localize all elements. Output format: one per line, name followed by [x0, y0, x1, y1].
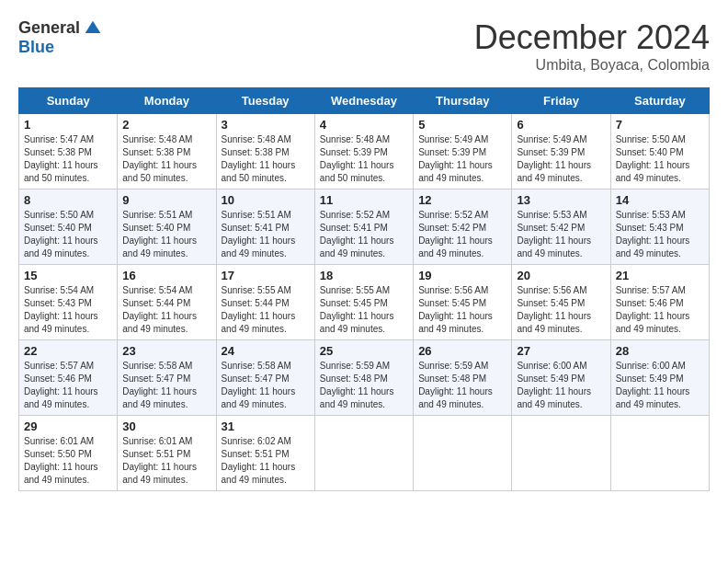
header-sunday: Sunday — [19, 88, 118, 114]
cell-day-number: 30 — [122, 419, 210, 433]
cell-day-number: 20 — [517, 269, 605, 282]
table-row: 13Sunrise: 5:53 AMSunset: 5:42 PMDayligh… — [512, 190, 610, 265]
cell-day-number: 5 — [418, 118, 506, 132]
cell-info: Sunrise: 5:55 AMSunset: 5:45 PMDaylight:… — [320, 284, 408, 336]
cell-day-number: 10 — [222, 193, 310, 207]
table-row: 12Sunrise: 5:52 AMSunset: 5:42 PMDayligh… — [414, 190, 512, 265]
cell-info: Sunrise: 5:53 AMSunset: 5:43 PMDaylight:… — [616, 209, 704, 260]
cell-info: Sunrise: 5:54 AMSunset: 5:43 PMDaylight:… — [24, 284, 112, 336]
cell-info: Sunrise: 5:52 AMSunset: 5:42 PMDaylight:… — [418, 209, 506, 260]
cell-info: Sunrise: 5:55 AMSunset: 5:44 PMDaylight:… — [222, 284, 310, 336]
cell-day-number: 1 — [24, 118, 112, 132]
title-month: December 2024 — [474, 18, 710, 57]
cell-info: Sunrise: 5:57 AMSunset: 5:46 PMDaylight:… — [616, 284, 704, 336]
table-row: 7Sunrise: 5:50 AMSunset: 5:40 PMDaylight… — [610, 114, 709, 190]
calendar-table: Sunday Monday Tuesday Wednesday Thursday… — [18, 87, 710, 491]
table-row: 15Sunrise: 5:54 AMSunset: 5:43 PMDayligh… — [19, 265, 118, 340]
cell-info: Sunrise: 5:51 AMSunset: 5:40 PMDaylight:… — [122, 209, 210, 260]
cell-day-number: 19 — [418, 269, 506, 282]
table-row: 5Sunrise: 5:49 AMSunset: 5:39 PMDaylight… — [414, 114, 512, 190]
cell-info: Sunrise: 6:00 AMSunset: 5:49 PMDaylight:… — [517, 360, 605, 411]
table-row — [610, 416, 709, 491]
cell-info: Sunrise: 5:51 AMSunset: 5:41 PMDaylight:… — [222, 209, 310, 260]
table-row: 18Sunrise: 5:55 AMSunset: 5:45 PMDayligh… — [314, 265, 413, 340]
cell-info: Sunrise: 5:59 AMSunset: 5:48 PMDaylight:… — [320, 360, 408, 411]
table-row: 16Sunrise: 5:54 AMSunset: 5:44 PMDayligh… — [118, 265, 216, 340]
table-row: 17Sunrise: 5:55 AMSunset: 5:44 PMDayligh… — [216, 265, 314, 340]
table-row: 2Sunrise: 5:48 AMSunset: 5:38 PMDaylight… — [118, 114, 216, 190]
cell-info: Sunrise: 6:01 AMSunset: 5:51 PMDaylight:… — [122, 435, 210, 487]
table-row: 21Sunrise: 5:57 AMSunset: 5:46 PMDayligh… — [610, 265, 709, 340]
table-row: 8Sunrise: 5:50 AMSunset: 5:40 PMDaylight… — [19, 190, 118, 265]
cell-info: Sunrise: 5:54 AMSunset: 5:44 PMDaylight:… — [122, 284, 210, 336]
cell-day-number: 6 — [517, 118, 605, 132]
table-row: 4Sunrise: 5:48 AMSunset: 5:39 PMDaylight… — [314, 114, 413, 190]
table-row: 6Sunrise: 5:49 AMSunset: 5:39 PMDaylight… — [512, 114, 610, 190]
table-row: 26Sunrise: 5:59 AMSunset: 5:48 PMDayligh… — [414, 340, 512, 416]
cell-info: Sunrise: 6:00 AMSunset: 5:49 PMDaylight:… — [616, 360, 704, 411]
table-row: 27Sunrise: 6:00 AMSunset: 5:49 PMDayligh… — [512, 340, 610, 416]
header-monday: Monday — [118, 88, 216, 114]
header-wednesday: Wednesday — [314, 88, 413, 114]
table-row — [414, 416, 512, 491]
logo-blue: Blue — [18, 38, 54, 57]
cell-info: Sunrise: 5:59 AMSunset: 5:48 PMDaylight:… — [418, 360, 506, 411]
cell-day-number: 17 — [222, 269, 310, 282]
header-thursday: Thursday — [414, 88, 512, 114]
table-row: 19Sunrise: 5:56 AMSunset: 5:45 PMDayligh… — [414, 265, 512, 340]
cell-info: Sunrise: 5:57 AMSunset: 5:46 PMDaylight:… — [24, 360, 112, 411]
cell-info: Sunrise: 5:56 AMSunset: 5:45 PMDaylight:… — [517, 284, 605, 336]
table-row: 25Sunrise: 5:59 AMSunset: 5:48 PMDayligh… — [314, 340, 413, 416]
cell-info: Sunrise: 5:48 AMSunset: 5:39 PMDaylight:… — [320, 133, 408, 185]
cell-info: Sunrise: 6:02 AMSunset: 5:51 PMDaylight:… — [222, 435, 310, 487]
cell-day-number: 24 — [222, 344, 310, 358]
header-friday: Friday — [512, 88, 610, 114]
calendar-header-row: Sunday Monday Tuesday Wednesday Thursday… — [19, 88, 710, 114]
cell-day-number: 28 — [616, 344, 704, 358]
table-row: 24Sunrise: 5:58 AMSunset: 5:47 PMDayligh… — [216, 340, 314, 416]
table-row: 28Sunrise: 6:00 AMSunset: 5:49 PMDayligh… — [610, 340, 709, 416]
table-row: 14Sunrise: 5:53 AMSunset: 5:43 PMDayligh… — [610, 190, 709, 265]
svg-marker-0 — [85, 20, 101, 32]
cell-day-number: 4 — [320, 118, 408, 132]
cell-info: Sunrise: 5:58 AMSunset: 5:47 PMDaylight:… — [222, 360, 310, 411]
cell-day-number: 14 — [616, 193, 704, 207]
table-row: 3Sunrise: 5:48 AMSunset: 5:38 PMDaylight… — [216, 114, 314, 190]
cell-day-number: 29 — [24, 419, 112, 433]
table-row: 10Sunrise: 5:51 AMSunset: 5:41 PMDayligh… — [216, 190, 314, 265]
cell-info: Sunrise: 5:48 AMSunset: 5:38 PMDaylight:… — [122, 133, 210, 185]
cell-day-number: 7 — [616, 118, 704, 132]
cell-info: Sunrise: 5:49 AMSunset: 5:39 PMDaylight:… — [418, 133, 506, 185]
cell-day-number: 11 — [320, 193, 408, 207]
cell-day-number: 13 — [517, 193, 605, 207]
header-saturday: Saturday — [610, 88, 709, 114]
cell-info: Sunrise: 5:49 AMSunset: 5:39 PMDaylight:… — [517, 133, 605, 185]
title-location: Umbita, Boyaca, Colombia — [474, 57, 710, 74]
table-row: 31Sunrise: 6:02 AMSunset: 5:51 PMDayligh… — [216, 416, 314, 491]
table-row: 9Sunrise: 5:51 AMSunset: 5:40 PMDaylight… — [118, 190, 216, 265]
table-row: 22Sunrise: 5:57 AMSunset: 5:46 PMDayligh… — [19, 340, 118, 416]
cell-day-number: 15 — [24, 269, 112, 282]
table-row — [314, 416, 413, 491]
cell-day-number: 22 — [24, 344, 112, 358]
page-header: General Blue December 2024 Umbita, Boyac… — [18, 18, 710, 74]
cell-day-number: 21 — [616, 269, 704, 282]
table-row: 20Sunrise: 5:56 AMSunset: 5:45 PMDayligh… — [512, 265, 610, 340]
table-row: 23Sunrise: 5:58 AMSunset: 5:47 PMDayligh… — [118, 340, 216, 416]
cell-info: Sunrise: 5:47 AMSunset: 5:38 PMDaylight:… — [24, 133, 112, 185]
logo-icon — [84, 19, 102, 38]
cell-day-number: 8 — [24, 193, 112, 207]
cell-info: Sunrise: 5:48 AMSunset: 5:38 PMDaylight:… — [222, 133, 310, 185]
cell-day-number: 23 — [122, 344, 210, 358]
cell-day-number: 25 — [320, 344, 408, 358]
table-row — [512, 416, 610, 491]
cell-info: Sunrise: 5:56 AMSunset: 5:45 PMDaylight:… — [418, 284, 506, 336]
cell-day-number: 31 — [222, 419, 310, 433]
cell-day-number: 16 — [122, 269, 210, 282]
cell-info: Sunrise: 5:52 AMSunset: 5:41 PMDaylight:… — [320, 209, 408, 260]
table-row: 30Sunrise: 6:01 AMSunset: 5:51 PMDayligh… — [118, 416, 216, 491]
cell-info: Sunrise: 5:53 AMSunset: 5:42 PMDaylight:… — [517, 209, 605, 260]
cell-info: Sunrise: 5:50 AMSunset: 5:40 PMDaylight:… — [616, 133, 704, 185]
cell-day-number: 26 — [418, 344, 506, 358]
cell-info: Sunrise: 5:58 AMSunset: 5:47 PMDaylight:… — [122, 360, 210, 411]
